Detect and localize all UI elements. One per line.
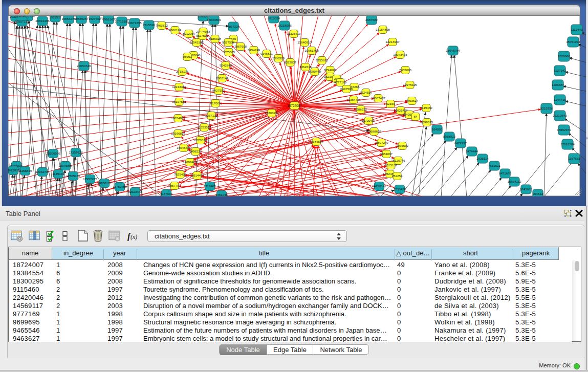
svg-text:10557212: 10557212	[15, 19, 29, 23]
svg-text:17359928: 17359928	[69, 150, 83, 154]
svg-text:8912954: 8912954	[183, 32, 195, 35]
svg-text:17016504: 17016504	[560, 142, 575, 146]
svg-text:3675685: 3675685	[223, 50, 235, 54]
svg-text:1615132: 1615132	[385, 163, 398, 167]
svg-text:8660124: 8660124	[169, 28, 182, 32]
svg-text:15751074: 15751074	[566, 40, 580, 43]
svg-text:19654935: 19654935	[171, 116, 185, 120]
svg-text:2718176: 2718176	[176, 70, 189, 73]
svg-text:2803144: 2803144	[216, 76, 229, 80]
svg-text:1112443: 1112443	[571, 28, 583, 31]
svg-text:16914479: 16914479	[190, 173, 204, 177]
svg-text:6966160: 6966160	[102, 17, 115, 21]
svg-text:18807249: 18807249	[374, 141, 388, 144]
svg-text:8471676: 8471676	[499, 171, 512, 175]
svg-text:9461045: 9461045	[215, 193, 228, 196]
svg-text:16210643: 16210643	[553, 114, 567, 117]
svg-text:14136141: 14136141	[372, 184, 386, 188]
svg-text:16853278: 16853278	[61, 17, 76, 20]
svg-text:164095: 164095	[432, 127, 443, 131]
svg-text:15692971: 15692971	[557, 128, 571, 132]
svg-text:15640910: 15640910	[297, 40, 312, 44]
svg-text:10961768: 10961768	[304, 49, 319, 52]
svg-text:20364436: 20364436	[346, 98, 361, 101]
svg-text:1588520: 1588520	[272, 56, 285, 60]
svg-text:2087682: 2087682	[365, 18, 378, 21]
svg-text:16782759: 16782759	[113, 185, 127, 188]
svg-text:1527602: 1527602	[89, 17, 101, 20]
svg-text:10973493: 10973493	[393, 53, 407, 56]
svg-text:20691406: 20691406	[35, 19, 50, 23]
svg-text:817006: 817006	[210, 101, 221, 105]
svg-text:8578334: 8578334	[194, 138, 207, 142]
svg-text:6479197: 6479197	[454, 141, 467, 145]
svg-text:9146821: 9146821	[260, 52, 273, 55]
svg-text:16154808: 16154808	[376, 28, 390, 31]
svg-text:8215958: 8215958	[540, 106, 553, 110]
svg-text:10688609: 10688609	[367, 129, 381, 133]
svg-text:10107553: 10107553	[172, 100, 186, 103]
svg-text:2867608: 2867608	[234, 45, 247, 48]
svg-text:11156849: 11156849	[18, 169, 32, 172]
svg-text:9699695: 9699695	[421, 120, 433, 124]
svg-text:12213967: 12213967	[385, 40, 400, 43]
svg-text:6794028: 6794028	[324, 68, 337, 72]
svg-text:15720407: 15720407	[361, 119, 376, 122]
svg-text:9084067: 9084067	[380, 152, 393, 156]
svg-text:1362615: 1362615	[299, 65, 312, 69]
svg-text:8813054: 8813054	[268, 16, 280, 20]
svg-text:20053346: 20053346	[77, 64, 91, 68]
svg-text:7625402: 7625402	[174, 172, 187, 176]
svg-text:14099489: 14099489	[183, 160, 197, 164]
svg-text:12505135: 12505135	[66, 174, 80, 178]
svg-text:7463822: 7463822	[156, 24, 168, 27]
svg-text:10655267: 10655267	[74, 17, 89, 20]
svg-text:16671355: 16671355	[127, 21, 142, 25]
svg-text:9227342: 9227342	[554, 69, 567, 72]
svg-text:11325419: 11325419	[287, 32, 301, 35]
svg-text:12942737: 12942737	[35, 170, 50, 173]
svg-text:19384554: 19384554	[309, 140, 323, 143]
svg-text:62160: 62160	[386, 102, 395, 105]
svg-text:9527508: 9527508	[222, 40, 235, 44]
svg-text:1733426: 1733426	[394, 187, 406, 191]
svg-text:19218506: 19218506	[277, 24, 292, 27]
svg-text:10719185: 10719185	[115, 19, 129, 23]
svg-text:9137694: 9137694	[160, 192, 173, 195]
svg-text:10807487: 10807487	[371, 96, 385, 100]
svg-text:9329966: 9329966	[558, 54, 571, 58]
svg-text:252254: 252254	[392, 174, 403, 178]
svg-text:2935114: 2935114	[476, 157, 489, 160]
svg-text:7515526: 7515526	[143, 23, 156, 27]
svg-text:18724007: 18724007	[287, 104, 302, 107]
svg-text:6497568: 6497568	[340, 87, 353, 91]
svg-text:9857791: 9857791	[168, 184, 181, 187]
svg-text:5716485: 5716485	[204, 184, 216, 188]
svg-text:17957275: 17957275	[83, 177, 97, 181]
svg-text:10654112: 10654112	[507, 180, 521, 183]
svg-text:9245612: 9245612	[520, 187, 533, 191]
svg-text:8938923: 8938923	[443, 135, 456, 138]
svg-text:13975887: 13975887	[58, 164, 73, 167]
svg-text:1167533: 1167533	[568, 157, 580, 160]
svg-text:12213369: 12213369	[172, 85, 186, 89]
svg-text:98961: 98961	[183, 55, 192, 58]
svg-text:904512: 904512	[533, 192, 543, 195]
svg-text:8990448: 8990448	[309, 70, 321, 73]
svg-text:1244415: 1244415	[554, 98, 567, 101]
svg-text:11353594: 11353594	[197, 125, 211, 129]
svg-text:8427552: 8427552	[212, 89, 225, 92]
svg-text:7857224: 7857224	[227, 25, 240, 28]
svg-text:9777169: 9777169	[334, 80, 347, 84]
svg-text:9242848: 9242848	[220, 63, 232, 67]
svg-text:20206556: 20206556	[46, 151, 60, 155]
svg-text:3498222: 3498222	[189, 149, 202, 153]
svg-text:3624554: 3624554	[360, 91, 373, 94]
svg-text:8186328: 8186328	[209, 37, 222, 40]
svg-text:7485063: 7485063	[399, 68, 412, 72]
svg-text:1065532: 1065532	[49, 15, 62, 19]
svg-text:9474444: 9474444	[466, 149, 478, 153]
svg-text:1145194: 1145194	[52, 172, 64, 176]
svg-text:10543382: 10543382	[189, 40, 204, 44]
svg-text:7986322: 7986322	[355, 107, 367, 111]
